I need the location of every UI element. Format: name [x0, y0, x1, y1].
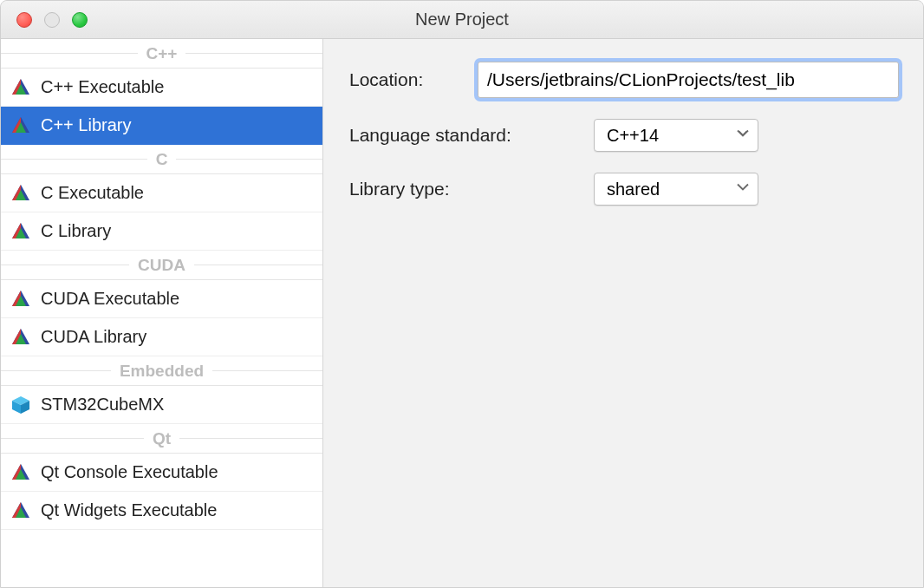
window-controls: [1, 12, 88, 28]
chevron-down-icon: [735, 126, 751, 146]
sidebar-item[interactable]: STM32CubeMX: [1, 386, 322, 424]
sidebar-group-header: Qt: [1, 424, 322, 454]
sidebar-item[interactable]: Qt Console Executable: [1, 454, 322, 492]
sidebar-group-label: C++: [138, 44, 186, 63]
language-standard-select[interactable]: C++14: [594, 119, 758, 152]
titlebar: New Project: [1, 1, 923, 39]
sidebar-item-label: CUDA Library: [41, 327, 146, 347]
sidebar-item-label: CUDA Executable: [41, 289, 179, 309]
triangle-icon: [10, 220, 32, 243]
sidebar-group-label: Qt: [144, 429, 179, 448]
triangle-icon: [10, 76, 32, 99]
triangle-icon: [10, 182, 32, 205]
sidebar-item[interactable]: C Library: [1, 212, 322, 251]
sidebar-item-label: Qt Console Executable: [41, 462, 218, 482]
library-type-value: shared: [607, 180, 660, 199]
sidebar-item[interactable]: CUDA Executable: [1, 280, 322, 318]
sidebar-item[interactable]: C++ Library: [1, 107, 322, 145]
triangle-icon: [10, 114, 32, 137]
new-project-window: New Project C++ C++ Executable C++ Libra…: [0, 0, 924, 588]
triangle-icon: [10, 500, 32, 522]
library-type-row: Library type: shared: [349, 173, 899, 206]
project-type-sidebar: C++ C++ Executable C++ LibraryC C Execut…: [1, 39, 323, 587]
window-title: New Project: [1, 10, 923, 29]
window-minimize-button[interactable]: [44, 12, 60, 28]
triangle-icon: [10, 461, 32, 484]
sidebar-group-label: Embedded: [111, 362, 212, 381]
sidebar-group-header: C++: [1, 39, 322, 69]
cube-icon: [10, 394, 32, 416]
sidebar-item-label: C++ Executable: [41, 77, 164, 97]
sidebar-item[interactable]: CUDA Library: [1, 318, 322, 356]
language-standard-label: Language standard:: [349, 125, 594, 146]
sidebar-item[interactable]: C Executable: [1, 174, 322, 212]
location-input[interactable]: [478, 62, 899, 98]
library-type-select[interactable]: shared: [594, 173, 758, 206]
window-zoom-button[interactable]: [72, 12, 88, 28]
sidebar-group-label: CUDA: [129, 256, 194, 275]
sidebar-group-label: C: [147, 150, 177, 169]
window-close-button[interactable]: [16, 12, 32, 28]
sidebar-item-label: C Library: [41, 221, 111, 241]
chevron-down-icon: [735, 180, 751, 199]
location-row: Location:: [349, 62, 899, 98]
triangle-icon: [10, 288, 32, 310]
triangle-icon: [10, 326, 32, 349]
library-type-label: Library type:: [349, 179, 594, 199]
form-panel: Location: Language standard: C++14 Libra…: [323, 39, 923, 587]
sidebar-group-header: Embedded: [1, 356, 322, 386]
sidebar-item[interactable]: Qt Widgets Executable: [1, 492, 322, 530]
dialog-body: C++ C++ Executable C++ LibraryC C Execut…: [1, 39, 923, 587]
language-standard-value: C++14: [607, 126, 659, 146]
sidebar-item-label: STM32CubeMX: [41, 395, 164, 415]
sidebar-item-label: C++ Library: [41, 115, 132, 135]
location-label: Location:: [349, 69, 478, 90]
sidebar-group-header: C: [1, 145, 322, 174]
sidebar-item-label: Qt Widgets Executable: [41, 500, 217, 520]
sidebar-item-label: C Executable: [41, 183, 144, 203]
language-standard-row: Language standard: C++14: [349, 119, 899, 152]
sidebar-item[interactable]: C++ Executable: [1, 69, 322, 107]
sidebar-group-header: CUDA: [1, 251, 322, 280]
